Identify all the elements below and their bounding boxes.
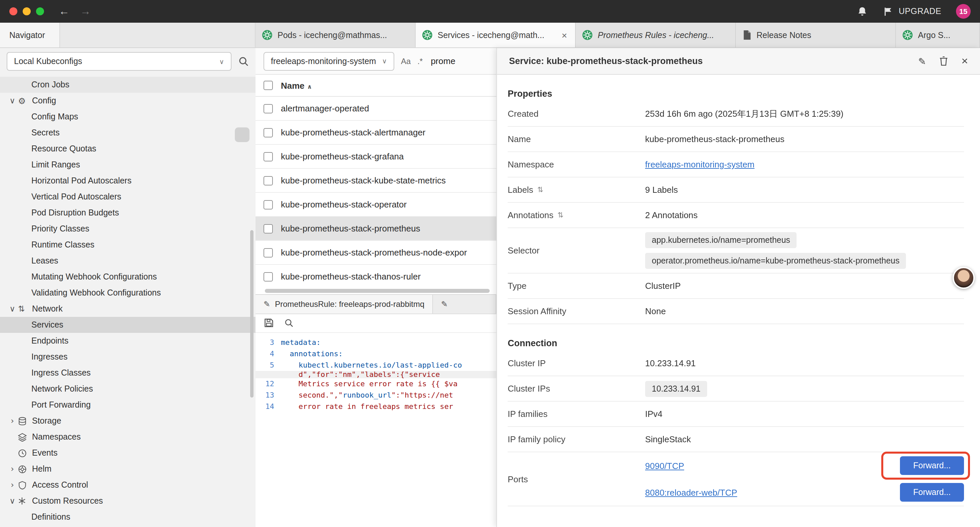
table-row-kube-prometheus-stack-thanos-ruler[interactable]: kube-prometheus-stack-thanos-ruler <box>256 265 496 287</box>
editor-search-icon[interactable] <box>284 318 294 328</box>
row-checkbox[interactable] <box>264 224 273 233</box>
row-checkbox[interactable] <box>264 128 273 137</box>
sidebar-item-endpoints[interactable]: Endpoints <box>0 333 256 349</box>
sidebar-item-horizontal-pod-autoscalers[interactable]: Horizontal Pod Autoscalers <box>0 173 256 189</box>
row-checkbox[interactable] <box>264 176 273 185</box>
table-row-alertmanager-operated[interactable]: alertmanager-operated <box>256 97 496 121</box>
dock-tab-partial[interactable]: ✎ <box>433 295 496 313</box>
pencil-icon: ✎ <box>264 299 270 309</box>
sidebar-item-config[interactable]: ∨⚙Config <box>0 93 256 109</box>
tab-prometheus-rules-icecheng[interactable]: Prometheus Rules - icecheng... <box>576 23 736 47</box>
table-row-kube-prometheus-stack-grafana[interactable]: kube-prometheus-stack-grafana <box>256 145 496 169</box>
sidebar-item-events[interactable]: Events <box>0 445 256 461</box>
sidebar-tree: Cron Jobs∨⚙ConfigConfig MapsSecretsResou… <box>0 75 256 525</box>
port-link[interactable]: 9090/TCP <box>645 461 684 471</box>
detail-row-type: TypeClusterIP <box>508 274 964 299</box>
sidebar-item-config-maps[interactable]: Config Maps <box>0 109 256 125</box>
forward-button[interactable]: Forward... <box>900 456 964 475</box>
sidebar-item-cron-jobs[interactable]: Cron Jobs <box>0 77 256 93</box>
sidebar-item-storage[interactable]: ›Storage <box>0 413 256 429</box>
notification-count-badge[interactable]: 15 <box>956 4 970 19</box>
zoom-window-button[interactable] <box>36 7 44 15</box>
forward-button[interactable]: Forward... <box>900 483 964 502</box>
name-column-header[interactable]: Name∧ <box>281 80 312 91</box>
row-checkbox[interactable] <box>264 152 273 161</box>
select-all-checkbox[interactable] <box>264 81 273 90</box>
sidebar-item-priority-classes[interactable]: Priority Classes <box>0 221 256 237</box>
sidebar-item-limit-ranges[interactable]: Limit Ranges <box>0 157 256 173</box>
sidebar-item-resource-quotas[interactable]: Resource Quotas <box>0 141 256 157</box>
sidebar-item-namespaces[interactable]: Namespaces <box>0 429 256 445</box>
sidebar-item-validating-webhook-configurations[interactable]: Validating Webhook Configurations <box>0 285 256 301</box>
namespace-link[interactable]: freeleaps-monitoring-system <box>645 159 754 169</box>
sidebar-scrollbar-pill[interactable] <box>235 127 250 142</box>
notifications-bell-icon[interactable] <box>857 6 867 17</box>
kubeconfig-select[interactable]: Local Kubeconfigs ∨ <box>7 52 231 71</box>
tab-close-icon[interactable]: × <box>560 30 568 40</box>
sidebar-item-services[interactable]: Services <box>0 317 256 333</box>
tab-services-icecheng-math[interactable]: Services - icecheng@math...× <box>415 23 576 47</box>
kubernetes-cluster-icon <box>903 30 913 40</box>
forward-button[interactable]: → <box>80 6 91 17</box>
delete-trash-icon[interactable] <box>939 56 948 66</box>
table-row-kube-prometheus-stack-alertmanager[interactable]: kube-prometheus-stack-alertmanager <box>256 121 496 145</box>
dock-tab-prometheusrule-freeleaps-prod-rabbitmq[interactable]: ✎PrometheusRule: freeleaps-prod-rabbitmq <box>256 295 433 313</box>
navigator-tab[interactable]: Navigator <box>0 23 60 47</box>
sidebar-item-label: Network <box>32 304 63 314</box>
close-drawer-button[interactable]: × <box>961 56 968 67</box>
namespace-select[interactable]: freeleaps-monitoring-system ∨ <box>264 52 394 70</box>
back-button[interactable]: ← <box>59 6 69 17</box>
port-link[interactable]: 8080:reloader-web/TCP <box>645 487 737 497</box>
detail-value: ClusterIP <box>645 277 964 295</box>
forward-button-wrap: Forward... <box>900 456 964 475</box>
row-checkbox[interactable] <box>264 272 273 281</box>
sidebar-item-network-policies[interactable]: Network Policies <box>0 381 256 397</box>
row-name: kube-prometheus-stack-kube-state-metrics <box>281 175 445 185</box>
sidebar-item-runtime-classes[interactable]: Runtime Classes <box>0 237 256 253</box>
table-row-kube-prometheus-stack-prometheus[interactable]: kube-prometheus-stack-prometheus <box>256 217 496 241</box>
sidebar-item-leases[interactable]: Leases <box>0 253 256 269</box>
sidebar-item-label: Validating Webhook Configurations <box>31 288 161 298</box>
search-input[interactable]: prome <box>431 56 455 66</box>
row-checkbox[interactable] <box>264 104 273 113</box>
table-row-kube-prometheus-stack-kube-state-metrics[interactable]: kube-prometheus-stack-kube-state-metrics <box>256 169 496 193</box>
sidebar-item-vertical-pod-autoscalers[interactable]: Vertical Pod Autoscalers <box>0 189 256 205</box>
table-row-kube-prometheus-stack-operator[interactable]: kube-prometheus-stack-operator <box>256 193 496 217</box>
editor-lines[interactable]: 3metadata:4 annotations:5 kubectl.kubern… <box>256 333 496 527</box>
minimize-window-button[interactable] <box>23 7 31 15</box>
tab-argo-s[interactable]: Argo S... <box>896 23 980 47</box>
sidebar-item-helm[interactable]: ›Helm <box>0 461 256 477</box>
horizontal-scrollbar-thumb[interactable] <box>265 288 490 293</box>
row-checkbox[interactable] <box>264 200 273 209</box>
pencil-icon: ✎ <box>441 299 448 309</box>
row-checkbox[interactable] <box>264 248 273 257</box>
close-window-button[interactable] <box>10 7 18 15</box>
sidebar-item-mutating-webhook-configurations[interactable]: Mutating Webhook Configurations <box>0 269 256 285</box>
tab-release-notes[interactable]: Release Notes <box>736 23 896 47</box>
sort-toggle-icon[interactable]: ⇅ <box>538 185 543 194</box>
dock-tab-label: PrometheusRule: freeleaps-prod-rabbitmq <box>275 299 424 309</box>
dock-tab-strip: ✎PrometheusRule: freeleaps-prod-rabbitmq… <box>256 294 496 314</box>
sidebar-item-ingresses[interactable]: Ingresses <box>0 349 256 365</box>
sidebar-item-network[interactable]: ∨⇅Network <box>0 301 256 317</box>
tab-pods-icecheng-mathmas[interactable]: Pods - icecheng@mathmas... <box>256 23 415 47</box>
sidebar-item-secrets[interactable]: Secrets <box>0 125 256 141</box>
sidebar-item-ingress-classes[interactable]: Ingress Classes <box>0 365 256 381</box>
sidebar-item-label: Horizontal Pod Autoscalers <box>31 176 131 185</box>
sidebar-item-definitions[interactable]: Definitions <box>0 509 256 525</box>
upgrade-button[interactable]: UPGRADE <box>883 6 941 16</box>
sidebar-search-icon[interactable] <box>238 56 249 67</box>
match-case-toggle[interactable]: Aa <box>401 56 410 66</box>
regex-toggle[interactable]: .* <box>417 56 423 66</box>
sidebar-item-access-control[interactable]: ›Access Control <box>0 477 256 493</box>
edit-pencil-icon[interactable]: ✎ <box>918 56 926 66</box>
table-row-kube-prometheus-stack-prometheus-node-expor[interactable]: kube-prometheus-stack-prometheus-node-ex… <box>256 241 496 265</box>
sort-toggle-icon[interactable]: ⇅ <box>557 211 563 220</box>
sidebar-item-custom-resources[interactable]: ∨Custom Resources <box>0 493 256 509</box>
sidebar-item-pod-disruption-budgets[interactable]: Pod Disruption Budgets <box>0 205 256 221</box>
sidebar-item-port-forwarding[interactable]: Port Forwarding <box>0 397 256 413</box>
save-icon[interactable] <box>264 318 274 328</box>
user-avatar[interactable] <box>953 267 975 289</box>
drawer-header: Service: kube-prometheus-stack-prometheu… <box>497 48 980 75</box>
sidebar-scrollbar[interactable] <box>250 230 253 398</box>
